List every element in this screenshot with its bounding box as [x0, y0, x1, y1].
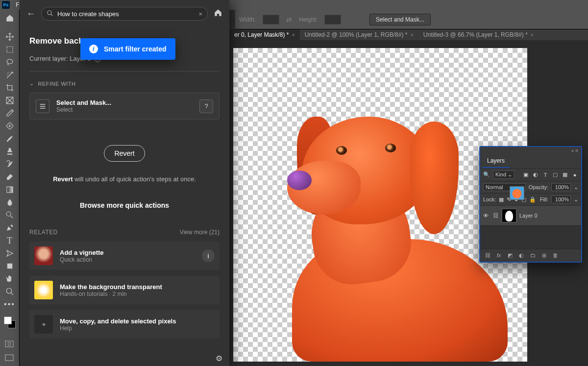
search-input[interactable]: [57, 10, 195, 18]
gradient-tool-icon[interactable]: [2, 183, 18, 196]
link-layers-icon[interactable]: ⛓: [484, 252, 491, 259]
move-tool-icon[interactable]: [2, 30, 18, 43]
fill-field[interactable]: 100%: [551, 195, 571, 203]
collapse-icon[interactable]: « ≡: [571, 148, 578, 153]
layer-thumbnail[interactable]: [510, 186, 524, 200]
related-item-transparent[interactable]: Make the background transparentHands-on …: [29, 276, 220, 304]
search-icon: 🔍: [483, 171, 490, 178]
revert-note: Revert will undo all of quick action's s…: [29, 175, 220, 183]
layers-panel[interactable]: « ≡ Layers 🔍 Kind ⌄ ▣ ◐ T ▢ ▦ ● Normal O…: [479, 146, 582, 263]
new-layer-icon[interactable]: ⊞: [540, 252, 547, 259]
path-tool-icon[interactable]: [2, 247, 18, 260]
crop-tool-icon[interactable]: [2, 81, 18, 94]
quickmask-icon[interactable]: [4, 340, 15, 348]
mask-thumbnail[interactable]: [502, 209, 516, 222]
close-icon[interactable]: ×: [410, 32, 413, 38]
type-tool-icon[interactable]: T: [2, 234, 18, 247]
wand-tool-icon[interactable]: [2, 69, 18, 81]
browse-more-link[interactable]: Browse more quick actions: [29, 201, 220, 209]
chevron-down-icon: ⌄: [29, 80, 34, 87]
card-subtitle: Select: [56, 106, 111, 113]
screenmode-icon[interactable]: [4, 353, 15, 362]
gear-icon[interactable]: ⚙: [216, 354, 222, 363]
eyedropper-tool-icon[interactable]: [2, 107, 18, 120]
filter-adjust-icon[interactable]: ◐: [532, 171, 539, 178]
lasso-tool-icon[interactable]: [2, 56, 18, 69]
mask-icon[interactable]: ◩: [507, 252, 514, 259]
stamp-tool-icon[interactable]: [2, 145, 18, 158]
info-icon[interactable]: i: [202, 249, 215, 262]
brush-tool-icon[interactable]: [2, 132, 18, 145]
width-field[interactable]: [263, 15, 279, 24]
swap-dims-icon[interactable]: ⇄: [286, 16, 292, 24]
filter-kind-select[interactable]: Kind ⌄: [493, 171, 514, 179]
delete-icon[interactable]: 🗑: [552, 252, 559, 259]
visibility-icon[interactable]: 👁: [483, 213, 490, 219]
svg-rect-6: [7, 264, 12, 269]
heal-tool-icon[interactable]: [2, 120, 18, 132]
blur-tool-icon[interactable]: [2, 196, 18, 209]
search-icon: [47, 10, 53, 18]
lock-trans-icon[interactable]: ▦: [499, 196, 504, 203]
adjustment-icon[interactable]: ◐: [518, 252, 525, 259]
close-icon[interactable]: ×: [531, 32, 534, 38]
item-subtitle: Help: [60, 325, 176, 332]
zoom-tool-icon[interactable]: [2, 285, 18, 298]
doc-tab-1[interactable]: er 0, Layer Mask/8) *×: [229, 29, 300, 40]
svg-rect-8: [5, 341, 13, 347]
opacity-label: Opacity:: [529, 184, 548, 190]
view-more-link[interactable]: View more (21): [180, 229, 220, 236]
layers-footer: ⛓ fx ◩ ◐ 🗀 ⊞ 🗑: [480, 249, 581, 262]
more-tools-icon[interactable]: •••: [2, 298, 18, 311]
list-icon: [36, 99, 49, 113]
back-icon[interactable]: ←: [26, 9, 35, 19]
revert-button[interactable]: Revert: [104, 145, 145, 162]
filter-shape-icon[interactable]: ▢: [552, 171, 559, 178]
frame-tool-icon[interactable]: [2, 94, 18, 107]
color-swatches[interactable]: [4, 317, 16, 328]
height-field[interactable]: [324, 15, 341, 24]
related-item-vignette[interactable]: Add a vignetteQuick action i: [29, 242, 220, 270]
search-box[interactable]: ×: [41, 7, 208, 21]
filter-smart-icon[interactable]: ▦: [562, 171, 568, 178]
eraser-tool-icon[interactable]: [2, 171, 18, 183]
layers-tab[interactable]: Layers: [482, 154, 510, 168]
home-icon[interactable]: [214, 8, 222, 19]
toast-notification: i Smart filter created: [80, 38, 175, 60]
dodge-tool-icon[interactable]: [2, 209, 18, 221]
thumbnail: [34, 246, 53, 265]
filter-pixel-icon[interactable]: ▣: [522, 171, 529, 178]
group-icon[interactable]: 🗀: [529, 252, 536, 259]
select-and-mask-button[interactable]: Select and Mask...: [369, 14, 431, 25]
marquee-tool-icon[interactable]: [2, 43, 18, 56]
layer-row-0[interactable]: 👁 ⛓ Layer 0: [480, 205, 581, 225]
doc-tab-2[interactable]: Untitled-2 @ 100% (Layer 1, RGB/8#) *×: [300, 29, 418, 40]
refine-with-header[interactable]: ⌄ REFINE WITH: [29, 80, 220, 87]
document-tabs: er 0, Layer Mask/8) *× Untitled-2 @ 100%…: [229, 29, 588, 40]
select-and-mask-card[interactable]: Select and Mask... Select ?: [29, 93, 220, 120]
history-brush-icon[interactable]: [2, 158, 18, 171]
svg-rect-0: [7, 47, 13, 52]
layer-name[interactable]: Layer 0: [519, 213, 538, 219]
pen-tool-icon[interactable]: [2, 221, 18, 234]
related-item-move-pixels[interactable]: ✦ Move, copy, and delete selected pixels…: [29, 310, 220, 339]
svg-point-1: [7, 59, 13, 64]
fill-label: Fill:: [540, 196, 548, 202]
filter-toggle-icon[interactable]: ●: [571, 171, 578, 178]
item-title: Add a vignette: [60, 249, 104, 256]
lock-all-icon[interactable]: 🔒: [529, 196, 536, 203]
height-label: Height:: [299, 16, 318, 23]
card-title: Select and Mask...: [56, 99, 111, 106]
help-icon[interactable]: ?: [199, 99, 213, 113]
filter-type-icon[interactable]: T: [542, 171, 549, 178]
svg-rect-10: [5, 355, 13, 361]
shape-tool-icon[interactable]: [2, 260, 18, 272]
link-icon[interactable]: ⛓: [493, 212, 499, 219]
close-icon[interactable]: ×: [292, 32, 294, 38]
doc-tab-3[interactable]: Untitled-3 @ 66.7% (Layer 1, RGB/8#) *×: [418, 29, 539, 40]
opacity-field[interactable]: 100%: [551, 183, 571, 191]
home-icon[interactable]: [2, 12, 18, 24]
hand-tool-icon[interactable]: [2, 272, 18, 285]
fx-icon[interactable]: fx: [495, 252, 502, 259]
clear-icon[interactable]: ×: [198, 10, 202, 18]
